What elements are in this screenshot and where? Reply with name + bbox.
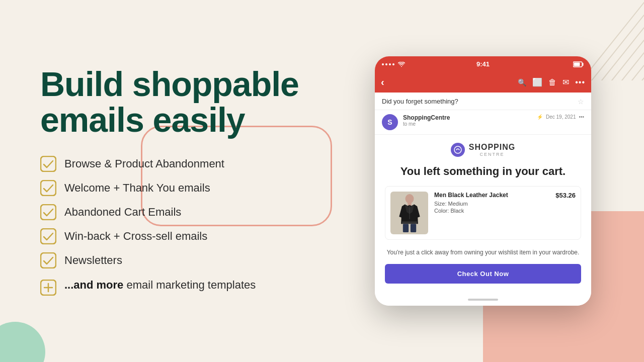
email-subject: Did you forget something? <box>382 98 458 105</box>
status-time: 9:41 <box>476 60 490 68</box>
home-indicator <box>375 294 591 306</box>
shop-logo-text: SHOPPING <box>469 143 515 152</box>
email-body-text: You're just a click away from owning you… <box>385 248 581 257</box>
star-icon[interactable]: ☆ <box>578 98 584 106</box>
lightning-icon: ⚡ <box>537 114 543 120</box>
check-icon-browse <box>40 156 56 172</box>
svg-rect-23 <box>403 224 408 232</box>
check-icon-welcome <box>40 180 56 196</box>
sender-to: to me <box>403 121 532 127</box>
status-left <box>382 62 405 67</box>
svg-rect-17 <box>574 62 580 66</box>
svg-rect-12 <box>41 253 56 268</box>
feature-item-more: ...and more email marketing templates <box>40 279 322 296</box>
sender-name: ShoppingCentre <box>403 114 532 121</box>
check-icon-newsletters <box>40 252 56 268</box>
product-price: $53.26 <box>555 192 576 199</box>
jacket-person-svg <box>394 193 425 233</box>
sender-more-icon[interactable]: ••• <box>579 114 584 120</box>
email-sender: S ShoppingCentre to me ⚡ Dec 19, 2021 ••… <box>375 110 591 135</box>
feature-text-winback: Win-back + Cross-sell emails <box>64 230 207 243</box>
main-headline: Build shoppable emails easily <box>40 66 322 138</box>
shop-name-block: SHOPPING CENTRE <box>469 143 515 157</box>
product-details: Men Black Leather Jacket Size: Medium Co… <box>434 192 549 215</box>
svg-point-19 <box>454 146 461 153</box>
signal-dot-3 <box>389 63 391 65</box>
feature-item-newsletters: Newsletters <box>40 252 322 268</box>
home-bar <box>468 299 498 301</box>
svg-rect-24 <box>410 224 416 232</box>
svg-point-20 <box>405 194 414 204</box>
product-size: Size: Medium <box>434 201 549 207</box>
cart-headline: You left something in your cart. <box>385 165 581 178</box>
right-panel: 9:41 ‹ 🔍 ⬜ 🗑 ✉ ••• <box>352 56 614 306</box>
more-icon[interactable]: ••• <box>575 78 585 87</box>
checkout-button[interactable]: Check Out Now <box>385 264 581 284</box>
signal-dot-1 <box>382 63 384 65</box>
main-container: Build shoppable emails easily Browse & P… <box>0 0 644 362</box>
svg-rect-11 <box>41 229 56 244</box>
sender-info: ShoppingCentre to me <box>403 114 532 127</box>
signal-dot-4 <box>392 63 394 65</box>
feature-text-cart: Abandoned Cart Emails <box>64 206 181 219</box>
feature-item-cart: Abandoned Cart Emails <box>40 204 322 220</box>
sender-date: Dec 19, 2021 <box>546 114 576 120</box>
search-icon[interactable]: 🔍 <box>518 78 526 86</box>
shop-logo-sub: CENTRE <box>469 152 515 157</box>
svg-rect-9 <box>41 180 56 196</box>
back-icon[interactable]: ‹ <box>381 76 384 88</box>
email-body: SHOPPING CENTRE You left something in yo… <box>375 135 591 294</box>
signal-dot-2 <box>385 63 387 65</box>
feature-text-more-rest: email marketing templates <box>123 279 256 291</box>
feature-text-more-bold: ...and more <box>64 279 123 291</box>
product-name: Men Black Leather Jacket <box>434 192 549 199</box>
wifi-icon <box>398 62 405 67</box>
delete-icon[interactable]: 🗑 <box>548 78 556 87</box>
left-panel: Build shoppable emails easily Browse & P… <box>40 66 322 296</box>
feature-text-newsletters: Newsletters <box>64 254 122 267</box>
shop-logo: SHOPPING CENTRE <box>385 143 581 157</box>
feature-list: Browse & Product Abandonment Welcome + T… <box>40 156 322 296</box>
feature-text-welcome: Welcome + Thank You emails <box>64 182 210 195</box>
product-color: Color: Black <box>434 208 549 214</box>
sender-meta: ⚡ Dec 19, 2021 ••• <box>537 114 584 120</box>
product-card: Men Black Leather Jacket Size: Medium Co… <box>385 186 581 240</box>
check-icon-winback <box>40 228 56 244</box>
archive-icon[interactable]: ⬜ <box>532 77 542 87</box>
email-toolbar: ‹ 🔍 ⬜ 🗑 ✉ ••• <box>375 72 591 93</box>
feature-text-browse: Browse & Product Abandonment <box>64 157 224 170</box>
feature-item-winback: Win-back + Cross-sell emails <box>40 228 322 244</box>
mail-icon[interactable]: ✉ <box>562 77 569 87</box>
feature-item-welcome: Welcome + Thank You emails <box>40 180 322 196</box>
svg-rect-10 <box>41 205 56 220</box>
svg-rect-8 <box>41 156 56 171</box>
battery-icon <box>573 61 584 67</box>
feature-item-browse: Browse & Product Abandonment <box>40 156 322 172</box>
sender-avatar: S <box>382 114 398 130</box>
plus-icon-more <box>40 280 56 296</box>
product-image <box>390 192 428 234</box>
status-right <box>573 61 584 67</box>
check-icon-cart <box>40 204 56 220</box>
email-header: Did you forget something? ☆ <box>375 93 591 110</box>
svg-rect-22 <box>401 221 417 224</box>
shop-logo-icon <box>451 143 465 157</box>
phone-mockup: 9:41 ‹ 🔍 ⬜ 🗑 ✉ ••• <box>375 56 591 306</box>
feature-text-more: ...and more email marketing templates <box>64 279 256 292</box>
status-bar: 9:41 <box>375 56 591 72</box>
